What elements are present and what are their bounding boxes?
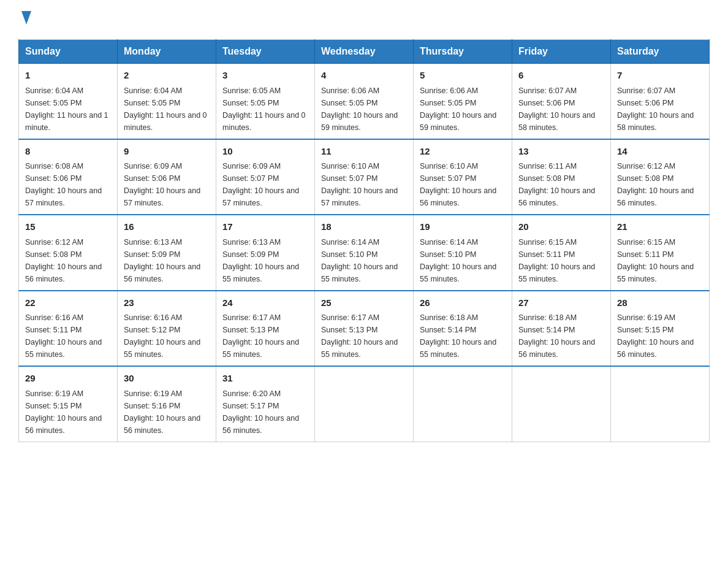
day-number: 24 bbox=[222, 296, 308, 310]
svg-marker-0 bbox=[21, 11, 31, 25]
day-info: Sunrise: 6:04 AMSunset: 5:05 PMDaylight:… bbox=[124, 85, 210, 134]
table-row: 25 Sunrise: 6:17 AMSunset: 5:13 PMDaylig… bbox=[315, 291, 414, 367]
day-number: 19 bbox=[420, 220, 506, 234]
day-info: Sunrise: 6:08 AMSunset: 5:06 PMDaylight:… bbox=[25, 160, 111, 209]
calendar-week-row: 8 Sunrise: 6:08 AMSunset: 5:06 PMDayligh… bbox=[19, 139, 710, 215]
day-info: Sunrise: 6:17 AMSunset: 5:13 PMDaylight:… bbox=[222, 312, 308, 361]
day-info: Sunrise: 6:09 AMSunset: 5:06 PMDaylight:… bbox=[124, 160, 210, 209]
day-info: Sunrise: 6:07 AMSunset: 5:06 PMDaylight:… bbox=[617, 85, 703, 134]
table-row: 23 Sunrise: 6:16 AMSunset: 5:12 PMDaylig… bbox=[118, 291, 216, 367]
table-row: 6 Sunrise: 6:07 AMSunset: 5:06 PMDayligh… bbox=[512, 64, 611, 139]
col-friday: Friday bbox=[512, 40, 611, 64]
day-info: Sunrise: 6:07 AMSunset: 5:06 PMDaylight:… bbox=[518, 85, 604, 134]
day-number: 29 bbox=[25, 372, 111, 386]
col-monday: Monday bbox=[118, 40, 216, 64]
table-row: 30 Sunrise: 6:19 AMSunset: 5:16 PMDaylig… bbox=[118, 366, 216, 442]
day-info: Sunrise: 6:19 AMSunset: 5:15 PMDaylight:… bbox=[617, 312, 703, 361]
day-info: Sunrise: 6:10 AMSunset: 5:07 PMDaylight:… bbox=[321, 160, 407, 209]
day-number: 2 bbox=[124, 69, 210, 83]
table-row: 12 Sunrise: 6:10 AMSunset: 5:07 PMDaylig… bbox=[414, 139, 512, 215]
table-row bbox=[315, 366, 414, 442]
table-row: 8 Sunrise: 6:08 AMSunset: 5:06 PMDayligh… bbox=[19, 139, 118, 215]
day-info: Sunrise: 6:12 AMSunset: 5:08 PMDaylight:… bbox=[617, 160, 703, 209]
day-info: Sunrise: 6:06 AMSunset: 5:05 PMDaylight:… bbox=[420, 85, 506, 134]
day-number: 1 bbox=[25, 69, 111, 83]
day-info: Sunrise: 6:09 AMSunset: 5:07 PMDaylight:… bbox=[222, 160, 308, 209]
day-number: 13 bbox=[518, 145, 604, 159]
table-row: 4 Sunrise: 6:06 AMSunset: 5:05 PMDayligh… bbox=[315, 64, 414, 139]
calendar-week-row: 15 Sunrise: 6:12 AMSunset: 5:08 PMDaylig… bbox=[19, 215, 710, 291]
table-row: 16 Sunrise: 6:13 AMSunset: 5:09 PMDaylig… bbox=[118, 215, 216, 291]
table-row: 17 Sunrise: 6:13 AMSunset: 5:09 PMDaylig… bbox=[216, 215, 315, 291]
table-row: 28 Sunrise: 6:19 AMSunset: 5:15 PMDaylig… bbox=[611, 291, 710, 367]
page-header bbox=[18, 12, 710, 28]
day-number: 26 bbox=[420, 296, 506, 310]
day-number: 22 bbox=[25, 296, 111, 310]
day-info: Sunrise: 6:19 AMSunset: 5:15 PMDaylight:… bbox=[25, 388, 111, 437]
day-info: Sunrise: 6:05 AMSunset: 5:05 PMDaylight:… bbox=[222, 85, 308, 134]
day-number: 23 bbox=[124, 296, 210, 310]
day-info: Sunrise: 6:19 AMSunset: 5:16 PMDaylight:… bbox=[124, 388, 210, 437]
day-number: 28 bbox=[617, 296, 703, 310]
day-info: Sunrise: 6:20 AMSunset: 5:17 PMDaylight:… bbox=[222, 388, 308, 437]
table-row: 20 Sunrise: 6:15 AMSunset: 5:11 PMDaylig… bbox=[512, 215, 611, 291]
day-number: 16 bbox=[124, 220, 210, 234]
day-number: 10 bbox=[222, 145, 308, 159]
calendar-header-row: Sunday Monday Tuesday Wednesday Thursday… bbox=[19, 40, 710, 64]
calendar-week-row: 1 Sunrise: 6:04 AMSunset: 5:05 PMDayligh… bbox=[19, 64, 710, 139]
table-row: 5 Sunrise: 6:06 AMSunset: 5:05 PMDayligh… bbox=[414, 64, 512, 139]
day-number: 25 bbox=[321, 296, 407, 310]
table-row: 10 Sunrise: 6:09 AMSunset: 5:07 PMDaylig… bbox=[216, 139, 315, 215]
table-row: 22 Sunrise: 6:16 AMSunset: 5:11 PMDaylig… bbox=[19, 291, 118, 367]
day-number: 3 bbox=[222, 69, 308, 83]
table-row: 3 Sunrise: 6:05 AMSunset: 5:05 PMDayligh… bbox=[216, 64, 315, 139]
day-number: 17 bbox=[222, 220, 308, 234]
day-info: Sunrise: 6:14 AMSunset: 5:10 PMDaylight:… bbox=[420, 236, 506, 285]
logo-arrow-icon bbox=[20, 11, 32, 25]
table-row: 26 Sunrise: 6:18 AMSunset: 5:14 PMDaylig… bbox=[414, 291, 512, 367]
table-row: 24 Sunrise: 6:17 AMSunset: 5:13 PMDaylig… bbox=[216, 291, 315, 367]
day-number: 5 bbox=[420, 69, 506, 83]
day-number: 6 bbox=[518, 69, 604, 83]
table-row: 19 Sunrise: 6:14 AMSunset: 5:10 PMDaylig… bbox=[414, 215, 512, 291]
col-wednesday: Wednesday bbox=[315, 40, 414, 64]
col-thursday: Thursday bbox=[414, 40, 512, 64]
day-number: 20 bbox=[518, 220, 604, 234]
day-number: 8 bbox=[25, 145, 111, 159]
day-info: Sunrise: 6:16 AMSunset: 5:12 PMDaylight:… bbox=[124, 312, 210, 361]
day-info: Sunrise: 6:14 AMSunset: 5:10 PMDaylight:… bbox=[321, 236, 407, 285]
day-info: Sunrise: 6:10 AMSunset: 5:07 PMDaylight:… bbox=[420, 160, 506, 209]
table-row: 31 Sunrise: 6:20 AMSunset: 5:17 PMDaylig… bbox=[216, 366, 315, 442]
day-info: Sunrise: 6:13 AMSunset: 5:09 PMDaylight:… bbox=[222, 236, 308, 285]
table-row: 29 Sunrise: 6:19 AMSunset: 5:15 PMDaylig… bbox=[19, 366, 118, 442]
day-info: Sunrise: 6:17 AMSunset: 5:13 PMDaylight:… bbox=[321, 312, 407, 361]
table-row: 14 Sunrise: 6:12 AMSunset: 5:08 PMDaylig… bbox=[611, 139, 710, 215]
col-sunday: Sunday bbox=[19, 40, 118, 64]
day-info: Sunrise: 6:04 AMSunset: 5:05 PMDaylight:… bbox=[25, 85, 111, 134]
table-row: 7 Sunrise: 6:07 AMSunset: 5:06 PMDayligh… bbox=[611, 64, 710, 139]
day-number: 11 bbox=[321, 145, 407, 159]
table-row bbox=[512, 366, 611, 442]
table-row bbox=[414, 366, 512, 442]
calendar-week-row: 29 Sunrise: 6:19 AMSunset: 5:15 PMDaylig… bbox=[19, 366, 710, 442]
calendar-week-row: 22 Sunrise: 6:16 AMSunset: 5:11 PMDaylig… bbox=[19, 291, 710, 367]
day-number: 18 bbox=[321, 220, 407, 234]
day-info: Sunrise: 6:16 AMSunset: 5:11 PMDaylight:… bbox=[25, 312, 111, 361]
day-number: 27 bbox=[518, 296, 604, 310]
day-number: 9 bbox=[124, 145, 210, 159]
logo bbox=[18, 12, 32, 28]
table-row: 27 Sunrise: 6:18 AMSunset: 5:14 PMDaylig… bbox=[512, 291, 611, 367]
day-info: Sunrise: 6:12 AMSunset: 5:08 PMDaylight:… bbox=[25, 236, 111, 285]
day-info: Sunrise: 6:15 AMSunset: 5:11 PMDaylight:… bbox=[617, 236, 703, 285]
day-number: 4 bbox=[321, 69, 407, 83]
table-row bbox=[611, 366, 710, 442]
day-number: 31 bbox=[222, 372, 308, 386]
day-number: 12 bbox=[420, 145, 506, 159]
day-info: Sunrise: 6:06 AMSunset: 5:05 PMDaylight:… bbox=[321, 85, 407, 134]
day-info: Sunrise: 6:15 AMSunset: 5:11 PMDaylight:… bbox=[518, 236, 604, 285]
day-info: Sunrise: 6:18 AMSunset: 5:14 PMDaylight:… bbox=[518, 312, 604, 361]
day-info: Sunrise: 6:11 AMSunset: 5:08 PMDaylight:… bbox=[518, 160, 604, 209]
day-number: 7 bbox=[617, 69, 703, 83]
table-row: 13 Sunrise: 6:11 AMSunset: 5:08 PMDaylig… bbox=[512, 139, 611, 215]
col-tuesday: Tuesday bbox=[216, 40, 315, 64]
